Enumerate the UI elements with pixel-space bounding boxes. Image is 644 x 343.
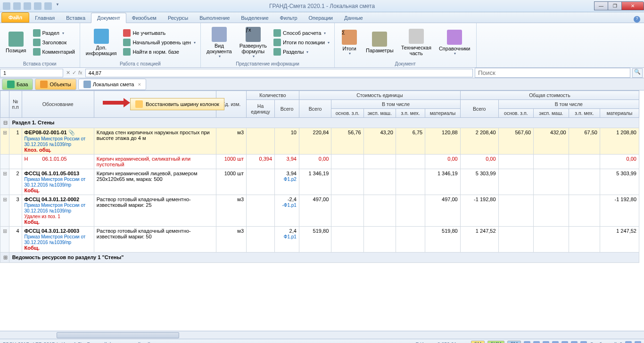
group-label: Вставка строки xyxy=(3,60,77,67)
section-row[interactable]: ⊟Раздел 1. Стены xyxy=(0,118,639,128)
tab-document[interactable]: Документ xyxy=(91,13,126,23)
file-tab[interactable]: Файл xyxy=(1,12,29,23)
expand-formulas-button[interactable]: ƒx Развернуть формулы▾ xyxy=(237,24,270,60)
section-row[interactable]: ⊞Ведомость ресурсов по разделу 1 "Стены" xyxy=(0,253,639,263)
techpart-button[interactable]: Техническая часть xyxy=(398,24,434,60)
comment-button[interactable]: Комментарий xyxy=(31,48,77,56)
qat-icon[interactable] xyxy=(34,2,41,10)
reference-button[interactable]: Справочники▾ xyxy=(436,24,473,60)
header-icon xyxy=(33,39,41,46)
comment-icon xyxy=(33,48,41,56)
formula-input[interactable]: 44,87 xyxy=(85,69,473,77)
tab-resources[interactable]: Ресурсы xyxy=(162,13,194,23)
calcmethod-button[interactable]: Способ расчета▾ xyxy=(272,29,331,37)
col-qty: Количество xyxy=(247,91,299,100)
book-icon xyxy=(447,30,462,45)
total-value: 8 850,01р. xyxy=(438,342,461,343)
section-icon xyxy=(33,29,41,37)
docview-button[interactable]: Вид документа▾ xyxy=(204,24,235,60)
tab-data[interactable]: Данные xyxy=(339,13,369,23)
tab-main[interactable]: Главная xyxy=(29,13,60,23)
maximize-button[interactable]: ❐ xyxy=(608,1,622,10)
table-row[interactable]: ⊞ 4 ФССЦ 04.3.01.12-0003 Приказ Минстроя… xyxy=(0,227,639,253)
close-tab-icon[interactable]: × xyxy=(138,82,140,87)
sigma-icon: Σ xyxy=(342,30,357,45)
tab-operations[interactable]: Операции xyxy=(303,13,339,23)
search-input[interactable] xyxy=(475,68,630,78)
cancel-icon[interactable]: ✕ xyxy=(66,70,70,76)
level-icon xyxy=(123,39,131,46)
tab-base[interactable]: База xyxy=(2,79,33,90)
qat-icon[interactable] xyxy=(44,2,52,10)
tab-filter[interactable]: Фильтр xyxy=(274,13,303,23)
status-icon[interactable] xyxy=(561,341,568,343)
tab-objects[interactable]: Объекты xyxy=(35,79,76,90)
itemtotals-button[interactable]: Итоги по позиции▾ xyxy=(272,38,331,47)
total-label: Σ Итого: xyxy=(416,342,435,343)
close-button[interactable]: ✕ xyxy=(621,1,644,10)
status-icon[interactable] xyxy=(524,341,530,343)
status-icon[interactable] xyxy=(552,341,559,343)
totals-button[interactable]: ΣИтоги▾ xyxy=(338,24,361,60)
qat-undo-icon[interactable] xyxy=(13,2,21,10)
sections-button[interactable]: Разделы▾ xyxy=(272,48,331,56)
status-bar: ГЭСН-2017, ФЕР-2017 (с Изм. 1-5) Базовый… xyxy=(0,339,644,343)
sheet-icon xyxy=(83,81,91,88)
menu-tabs: Файл Главная Вставка Документ Физобъем Р… xyxy=(0,12,644,23)
status-region: Базовый федеральный район xyxy=(87,342,156,343)
header-button[interactable]: Заголовок xyxy=(31,38,77,47)
name-box[interactable]: 1 xyxy=(0,69,63,77)
status-icon[interactable] xyxy=(580,341,587,343)
status-icon[interactable] xyxy=(625,341,632,343)
findnorm-button[interactable]: Найти в норм. базе xyxy=(121,48,198,56)
tab-insert[interactable]: Вставка xyxy=(60,13,91,23)
badge-rm[interactable]: РМ xyxy=(507,341,521,343)
qat-redo-icon[interactable] xyxy=(24,2,31,10)
status-icon[interactable] xyxy=(543,341,549,343)
table-row[interactable]: ⊞ 3 ФССЦ 04.3.01.12-0002 Приказ Минстроя… xyxy=(0,195,639,227)
badge-bm[interactable]: БМ xyxy=(471,341,485,343)
status-icon[interactable] xyxy=(571,341,578,343)
folder-icon xyxy=(40,81,48,88)
help-button[interactable]: ? xyxy=(634,16,640,23)
group-label: Работа с позицией xyxy=(83,60,198,67)
window-title: ГРАНД-Смета 2020.1 - Локальная смета xyxy=(269,3,375,9)
qat-save-icon[interactable] xyxy=(3,2,10,10)
qat-dropdown-icon[interactable]: ▼ xyxy=(56,2,59,10)
status-icon[interactable] xyxy=(533,341,540,343)
fx-icon[interactable]: fx xyxy=(78,70,83,76)
document-tabs: База Объекты Локальная смета× xyxy=(0,78,644,90)
badge-bim[interactable]: БИМ xyxy=(487,341,504,343)
messages-count[interactable]: Сообщений: 0 xyxy=(590,342,622,343)
grid-area: Восстановить ширину колонок № п.п Обосно… xyxy=(0,90,644,331)
cross-icon xyxy=(123,29,131,37)
table-row[interactable]: ⊞ 1 ФЕР08-02-001-01 📎Приказ Минстроя Рос… xyxy=(0,128,639,155)
tab-selection[interactable]: Выделение xyxy=(235,13,274,23)
accept-icon[interactable]: ✓ xyxy=(72,70,76,76)
estimate-grid[interactable]: № п.п Обоснование Наименование Ед. изм. … xyxy=(0,90,639,263)
table-row[interactable]: ⊞ 2 ФССЦ 06.1.01.05-0013 Приказ Минстроя… xyxy=(0,169,639,195)
position-button[interactable]: Позиция xyxy=(3,24,29,60)
search-button[interactable]: 🔍 xyxy=(632,68,643,78)
col-totalcost: Общая стоимость xyxy=(460,91,639,100)
scrollbar-thumb[interactable] xyxy=(57,332,179,338)
fx-icon: ƒx xyxy=(246,27,261,42)
col-number: № п.п xyxy=(9,91,22,118)
restore-columns-tooltip[interactable]: Восстановить ширину колонок xyxy=(130,98,224,110)
info-icon xyxy=(94,29,109,44)
section-button[interactable]: Раздел▾ xyxy=(31,29,77,37)
tab-execution[interactable]: Выполнение xyxy=(194,13,235,23)
tab-smeta[interactable]: Локальная смета× xyxy=(78,79,146,90)
status-norms: ГЭСН-2017, ФЕР-2017 (с Изм. 1-5) xyxy=(3,342,83,343)
pricelevel-button[interactable]: Начальный уровень цен▾ xyxy=(121,38,198,47)
minimize-button[interactable]: — xyxy=(594,1,608,10)
addinfo-button[interactable]: Доп. информация xyxy=(83,24,120,60)
tab-physvolume[interactable]: Физобъем xyxy=(126,13,162,23)
search-icon xyxy=(123,48,131,56)
ignore-button[interactable]: Не учитывать xyxy=(121,29,198,37)
status-icon[interactable] xyxy=(635,341,641,343)
columns-icon xyxy=(135,100,143,108)
table-row[interactable]: Н06.1.01.05 Кирпич керамический, силикат… xyxy=(0,155,639,169)
parameters-button[interactable]: Параметры xyxy=(363,24,396,60)
horizontal-scrollbar[interactable] xyxy=(0,331,644,339)
